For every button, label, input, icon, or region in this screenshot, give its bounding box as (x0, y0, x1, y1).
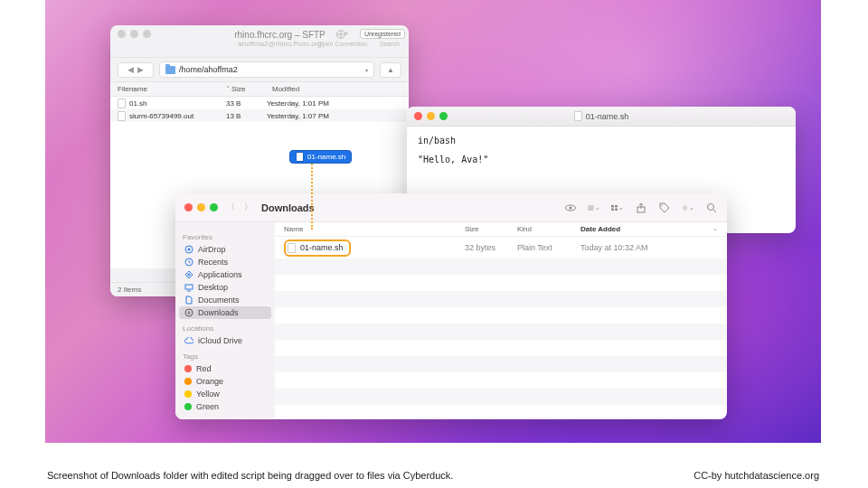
path-input[interactable]: /home/ahoffma2 ▾ (159, 61, 374, 78)
tag-icon[interactable] (658, 202, 671, 214)
traffic-lights[interactable] (184, 203, 218, 211)
drag-filename: 01-name.sh (307, 153, 345, 161)
traffic-lights[interactable] (118, 30, 151, 38)
list-item[interactable]: 01-name.sh 32 bytes Plain Text Today at … (275, 237, 727, 258)
caption-text: Screenshot of Downloads folder with edit… (47, 470, 453, 481)
tag-dot-icon (184, 390, 192, 398)
editor-titlebar[interactable]: 01-name.sh (407, 107, 796, 127)
cyberduck-titlebar[interactable]: rhino.fhcrc.org – SFTP ahoffma2@rhino.fh… (110, 25, 409, 58)
sidebar-tag-red[interactable]: Red (179, 362, 271, 375)
code-line: in/bash (418, 134, 785, 147)
path-text: /home/ahoffma2 (179, 65, 238, 74)
tag-dot-icon (184, 378, 192, 385)
list-pane[interactable]: Name Size Kind Date Added ⌄ 01-name.sh (275, 222, 727, 419)
status-text: 2 Items (118, 286, 141, 294)
sidebar-item-recents[interactable]: Recents (179, 256, 271, 268)
search-icon[interactable] (705, 202, 718, 214)
col-filename[interactable]: Filename (118, 85, 226, 93)
list-header[interactable]: Name Size Kind Date Added ⌄ (275, 222, 727, 237)
tag-dot-icon (184, 403, 192, 410)
clock-icon (184, 258, 193, 267)
drag-preview: 01-name.sh (289, 150, 352, 164)
minimize-icon[interactable] (130, 30, 138, 38)
sidebar-item-desktop[interactable]: Desktop (179, 281, 271, 294)
svg-point-8 (661, 204, 663, 206)
file-icon (296, 152, 304, 162)
sidebar-section-locations: Locations (183, 324, 268, 333)
svg-point-11 (708, 203, 714, 210)
column-headers[interactable]: Filename ˄ Size Modified (110, 82, 409, 97)
list-item (275, 356, 727, 372)
col-kind[interactable]: Kind (517, 225, 580, 233)
sidebar-item-airdrop[interactable]: AirDrop (179, 243, 271, 256)
toolbar-right: ⌄ ⌄ ⌄ (564, 202, 718, 214)
close-icon[interactable] (118, 30, 126, 38)
sidebar-item-downloads[interactable]: Downloads (179, 306, 271, 319)
col-size[interactable]: Size (231, 85, 272, 93)
editor-content[interactable]: in/bash "Hello, Ava!" (407, 127, 796, 174)
code-line: "Hello, Ava!" (418, 153, 785, 166)
forward-button[interactable]: 〉 (244, 202, 252, 213)
tag-dot-icon (184, 365, 192, 372)
sidebar-item-applications[interactable]: Applications (179, 268, 271, 281)
nav-row: ◀ ▶ /home/ahoffma2 ▾ ▲ (110, 58, 409, 82)
view-list-icon[interactable]: ⌄ (588, 202, 600, 214)
svg-rect-5 (611, 208, 614, 210)
sidebar-item-documents[interactable]: Documents (179, 294, 271, 306)
svg-rect-3 (611, 205, 614, 207)
svg-rect-4 (615, 205, 618, 207)
sidebar-section-favorites: Favorites (183, 233, 268, 241)
list-body[interactable]: 01-name.sh 32 bytes Plain Text Today at … (275, 237, 727, 419)
highlight-annotation: 01-name.sh (284, 239, 351, 257)
sidebar-tag-orange[interactable]: Orange (179, 375, 271, 388)
sidebar-section-tags: Tags (183, 352, 268, 361)
back-button[interactable]: 〈 (227, 202, 235, 213)
col-size[interactable]: Size (465, 225, 517, 233)
share-icon[interactable] (635, 202, 647, 214)
finder-window[interactable]: 〈 〉 Downloads ⌄ ⌄ ⌄ Favorites AirDrop R (175, 193, 727, 419)
finder-toolbar[interactable]: 〈 〉 Downloads ⌄ ⌄ ⌄ (175, 193, 727, 222)
globe-plus-icon (336, 29, 349, 40)
list-item (275, 372, 727, 389)
folder-icon (165, 66, 175, 74)
desktop-wallpaper: rhino.fhcrc.org – SFTP ahoffma2@rhino.fh… (45, 0, 821, 443)
up-button[interactable]: ▲ (380, 62, 401, 78)
traffic-lights[interactable] (414, 112, 448, 120)
back-forward-buttons[interactable]: ◀ ▶ (118, 62, 154, 78)
list-item (275, 324, 727, 340)
zoom-icon[interactable] (210, 203, 218, 211)
list-item (275, 389, 727, 405)
close-icon[interactable] (184, 203, 193, 211)
attribution-text: CC-by hutchdatascience.org (693, 470, 819, 481)
file-icon (118, 111, 126, 121)
file-row[interactable]: 01.sh 33 B Yesterday, 1:01 PM (110, 97, 409, 109)
file-name: 01-name.sh (300, 243, 344, 252)
sidebar-tag-green[interactable]: Green (179, 400, 271, 413)
file-row[interactable]: slurm-65739499.out 13 B Yesterday, 1:07 … (110, 109, 409, 122)
cloud-icon (184, 336, 193, 345)
close-icon[interactable] (414, 112, 422, 120)
documents-icon (184, 296, 193, 305)
file-icon (574, 111, 582, 121)
finder-sidebar[interactable]: Favorites AirDrop Recents Applications D… (175, 222, 275, 419)
dropdown-caret-icon[interactable]: ▾ (365, 67, 368, 73)
minimize-icon[interactable] (427, 112, 435, 120)
unregistered-badge: Unregistered (360, 29, 405, 39)
col-date[interactable]: Date Added (580, 225, 712, 233)
sidebar-tag-yellow[interactable]: Yellow (179, 388, 271, 400)
zoom-icon[interactable] (143, 30, 151, 38)
list-item (275, 258, 727, 275)
file-icon (288, 243, 296, 253)
svg-rect-15 (185, 285, 193, 289)
zoom-icon[interactable] (439, 112, 448, 120)
downloads-icon (184, 308, 193, 317)
file-date: Today at 10:32 AM (580, 243, 718, 252)
actions-icon[interactable]: ⌄ (682, 202, 694, 214)
sidebar-item-icloud[interactable]: iCloud Drive (179, 334, 271, 347)
airdrop-icon (184, 245, 193, 254)
preview-icon[interactable] (564, 202, 577, 214)
group-icon[interactable]: ⌄ (611, 202, 624, 214)
col-modified[interactable]: Modified (272, 85, 401, 93)
minimize-icon[interactable] (197, 203, 205, 211)
list-item (275, 340, 727, 356)
